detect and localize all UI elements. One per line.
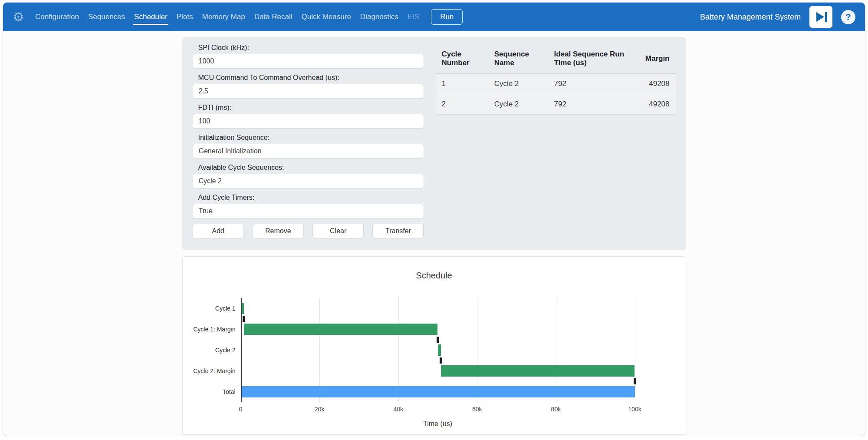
form-fields: SPI Clock (kHz):MCU Command To Command O…: [193, 44, 424, 218]
scheduler-panel: SPI Clock (kHz):MCU Command To Command O…: [182, 37, 686, 250]
clear-button[interactable]: Clear: [312, 224, 364, 238]
column-header-sequence-name: Sequence Name: [489, 44, 549, 74]
navbar-right: Battery Management System ?: [700, 6, 855, 28]
nav-item-quick-measure[interactable]: Quick Measure: [301, 9, 352, 25]
x-tick-label: 100k: [628, 406, 641, 413]
field-label-mcu-command-overhead: MCU Command To Command Overhead (us):: [198, 74, 424, 82]
x-tick-label: 20k: [315, 406, 325, 413]
field-spi-clock: SPI Clock (kHz):: [193, 44, 424, 69]
table-row[interactable]: 2Cycle 279249208: [437, 94, 676, 115]
field-mcu-command-overhead: MCU Command To Command Overhead (us):: [193, 74, 424, 99]
column-header-ideal-sequence-run-time-us: Ideal Sequence Run Time (us): [549, 44, 640, 74]
x-tick-label: 80k: [551, 406, 561, 413]
help-icon[interactable]: ?: [841, 10, 855, 24]
x-axis-title: Time (us): [423, 420, 452, 428]
initialization-sequence-input[interactable]: [193, 144, 424, 159]
gridline: [635, 298, 635, 402]
play-icon: [814, 10, 828, 24]
table-header-row: Cycle NumberSequence NameIdeal Sequence …: [437, 44, 676, 74]
table-body: 1Cycle 2792492082Cycle 279249208: [437, 74, 676, 115]
nav-item-configuration[interactable]: Configuration: [34, 9, 80, 25]
spi-clock-input[interactable]: [193, 54, 424, 69]
column-header-margin: Margin: [640, 44, 676, 74]
nav-item-sequences[interactable]: Sequences: [87, 9, 126, 25]
x-tick-label: 60k: [472, 406, 482, 413]
chart-row-label-total: Total: [183, 381, 236, 402]
field-label-add-cycle-timers: Add Cycle Timers:: [198, 194, 424, 202]
table-cell: Cycle 2: [489, 94, 549, 115]
field-available-cycle-sequences: Available Cycle Sequences:: [193, 164, 424, 189]
segment-end-marker: [243, 316, 245, 322]
play-button[interactable]: [809, 6, 832, 28]
table-cell: 1: [437, 74, 489, 94]
segment-end-marker: [634, 378, 636, 384]
nav-item-eis[interactable]: EIS: [407, 9, 420, 25]
table-cell: Cycle 2: [489, 74, 549, 94]
add-cycle-timers-input[interactable]: [193, 204, 424, 218]
chart-bar-cycle-1-margin: [244, 324, 438, 335]
table-row[interactable]: 1Cycle 279249208: [437, 74, 676, 94]
field-initialization-sequence: Initialization Sequence:: [193, 134, 424, 159]
y-axis-line: [241, 298, 242, 402]
available-cycle-sequences-input[interactable]: [193, 174, 424, 189]
table-cell: 2: [437, 94, 489, 115]
field-label-initialization-sequence: Initialization Sequence:: [198, 134, 424, 142]
table-cell: 49208: [640, 74, 676, 94]
transfer-button[interactable]: Transfer: [372, 224, 424, 238]
gear-icon[interactable]: ⚙: [13, 10, 24, 23]
segment-end-marker: [437, 337, 439, 343]
chart-bar-cycle-2: [438, 344, 441, 356]
nav-item-scheduler[interactable]: Scheduler: [133, 9, 168, 25]
chart-area: Time (us) Cycle 1Cycle 1: MarginCycle 2C…: [183, 298, 686, 433]
chart-plot: [241, 298, 635, 402]
table-cell: 792: [549, 94, 640, 115]
fdti-input[interactable]: [193, 114, 424, 129]
chart-row-label-cycle-1: Cycle 1: [183, 298, 236, 319]
segment-end-marker: [440, 357, 442, 364]
nav-items: ConfigurationSequencesSchedulerPlotsMemo…: [34, 9, 420, 25]
remove-button[interactable]: Remove: [253, 224, 304, 238]
x-tick-label: 0: [239, 406, 243, 413]
scheduler-form: SPI Clock (kHz):MCU Command To Command O…: [193, 44, 424, 242]
cycle-table-container: Cycle NumberSequence NameIdeal Sequence …: [437, 44, 676, 242]
table-cell: 792: [549, 74, 640, 94]
table-cell: 49208: [640, 94, 676, 115]
app-frame: ⚙ ConfigurationSequencesSchedulerPlotsMe…: [3, 2, 865, 436]
field-label-available-cycle-sequences: Available Cycle Sequences:: [198, 164, 424, 172]
field-fdti: FDTI (ms):: [193, 104, 424, 129]
chart-row-label-cycle-2: Cycle 2: [183, 340, 236, 361]
nav-item-plots[interactable]: Plots: [176, 9, 194, 25]
navbar: ⚙ ConfigurationSequencesSchedulerPlotsMe…: [3, 3, 865, 31]
nav-item-memory-map[interactable]: Memory Map: [201, 9, 246, 25]
schedule-chart-card: Schedule Time (us) Cycle 1Cycle 1: Margi…: [182, 256, 686, 435]
app-title: Battery Management System: [700, 13, 801, 22]
chart-row-label-cycle-2-margin: Cycle 2: Margin: [183, 361, 236, 381]
chart-bar-total: [241, 386, 635, 397]
cycle-table: Cycle NumberSequence NameIdeal Sequence …: [437, 44, 676, 115]
field-add-cycle-timers: Add Cycle Timers:: [193, 194, 424, 218]
column-header-cycle-number: Cycle Number: [437, 44, 489, 74]
mcu-command-overhead-input[interactable]: [193, 84, 424, 99]
x-tick-label: 40k: [393, 406, 403, 413]
chart-row-label-cycle-1-margin: Cycle 1: Margin: [183, 319, 236, 340]
nav-item-diagnostics[interactable]: Diagnostics: [359, 9, 399, 25]
chart-title: Schedule: [183, 271, 686, 281]
add-button[interactable]: Add: [193, 224, 244, 238]
field-label-spi-clock: SPI Clock (kHz):: [198, 44, 424, 52]
chart-bar-cycle-2-margin: [441, 365, 635, 377]
main-content: SPI Clock (kHz):MCU Command To Command O…: [182, 37, 686, 435]
nav-item-data-recall[interactable]: Data Recall: [253, 9, 293, 25]
field-label-fdti: FDTI (ms):: [198, 104, 424, 112]
form-buttons: AddRemoveClearTransfer: [193, 224, 424, 238]
run-button[interactable]: Run: [431, 9, 463, 25]
